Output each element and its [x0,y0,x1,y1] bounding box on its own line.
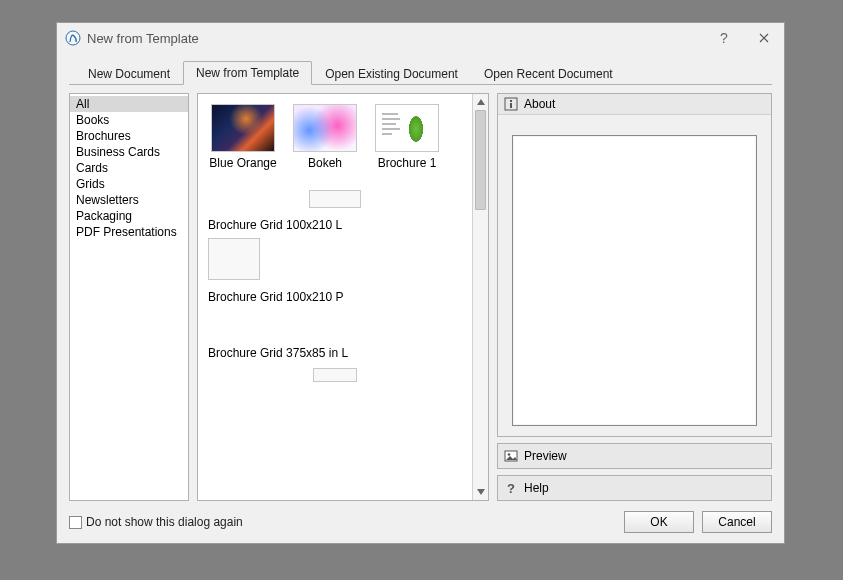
help-group[interactable]: ? Help [497,475,772,501]
template-thumbnail [309,190,361,208]
svg-point-5 [508,453,511,456]
info-icon [504,97,518,111]
right-column: About Preview ? [497,93,772,501]
category-item-newsletters[interactable]: Newsletters [70,192,188,208]
template-label: Brochure Grid 100x210 P [208,290,343,304]
template-thumbnail [313,368,357,382]
template-item[interactable]: Brochure Grid 100x210 L [208,190,462,238]
template-list[interactable]: Blue Orange Bokeh Brochure 1 [198,94,472,500]
category-item-all[interactable]: All [70,96,188,112]
template-item[interactable]: Blue Orange [208,104,278,170]
help-label: Help [524,481,549,495]
template-panel: Blue Orange Bokeh Brochure 1 [197,93,489,501]
window-buttons: ? [704,23,784,53]
close-button[interactable] [744,23,784,53]
tab-open-existing[interactable]: Open Existing Document [312,62,471,85]
category-item-books[interactable]: Books [70,112,188,128]
category-list[interactable]: All Books Brochures Business Cards Cards… [69,93,189,501]
svg-rect-3 [510,103,512,108]
title-bar: New from Template ? [57,23,784,53]
preview-label: Preview [524,449,567,463]
preview-group[interactable]: Preview [497,443,772,469]
dont-show-checkbox-container[interactable]: Do not show this dialog again [69,515,243,529]
help-button[interactable]: ? [704,23,744,53]
template-row: Blue Orange Bokeh Brochure 1 [208,104,462,170]
tab-strip: New Document New from Template Open Exis… [69,59,772,85]
question-icon: ? [504,481,518,495]
template-label: Brochure Grid 100x210 L [208,218,342,232]
template-scrollbar[interactable] [472,94,488,500]
chevron-up-icon [477,99,485,105]
about-label: About [524,97,555,111]
category-item-brochures[interactable]: Brochures [70,128,188,144]
template-thumbnail [211,104,275,152]
tab-new-from-template[interactable]: New from Template [183,61,312,85]
template-item[interactable]: Bokeh [290,104,360,170]
template-label: Bokeh [308,156,342,170]
category-item-pdf-presentations[interactable]: PDF Presentations [70,224,188,240]
category-item-business-cards[interactable]: Business Cards [70,144,188,160]
close-icon [759,33,769,43]
template-thumbnail [208,238,260,280]
cancel-button[interactable]: Cancel [702,511,772,533]
category-item-grids[interactable]: Grids [70,176,188,192]
client-area: New Document New from Template Open Exis… [57,53,784,543]
svg-rect-2 [510,100,512,102]
dont-show-checkbox[interactable] [69,516,82,529]
about-header: About [498,94,771,115]
template-label: Blue Orange [209,156,276,170]
footer: Do not show this dialog again OK Cancel [69,501,772,533]
template-label: Brochure 1 [378,156,437,170]
template-item[interactable]: Brochure 1 [372,104,442,170]
svg-point-0 [66,31,80,45]
template-thumbnail [375,104,439,152]
content-area: All Books Brochures Business Cards Cards… [69,85,772,501]
about-group: About [497,93,772,437]
template-item[interactable]: Brochure Grid 375x85 in L [208,340,462,386]
scroll-thumb[interactable] [475,110,486,210]
about-body [512,135,757,426]
ok-button[interactable]: OK [624,511,694,533]
template-thumbnail [293,104,357,152]
dialog-window: New from Template ? New Document New fro… [56,22,785,544]
tab-new-document[interactable]: New Document [75,62,183,85]
scroll-up-button[interactable] [473,94,488,110]
template-label: Brochure Grid 375x85 in L [208,346,348,360]
category-item-packaging[interactable]: Packaging [70,208,188,224]
scroll-track[interactable] [473,110,488,484]
chevron-down-icon [477,489,485,495]
tab-open-recent[interactable]: Open Recent Document [471,62,626,85]
category-item-cards[interactable]: Cards [70,160,188,176]
image-icon [504,449,518,463]
template-item[interactable]: Brochure Grid 100x210 P [208,238,462,310]
scroll-down-button[interactable] [473,484,488,500]
svg-text:?: ? [507,481,515,495]
dont-show-label: Do not show this dialog again [86,515,243,529]
window-title: New from Template [87,31,199,46]
app-icon [65,30,81,46]
